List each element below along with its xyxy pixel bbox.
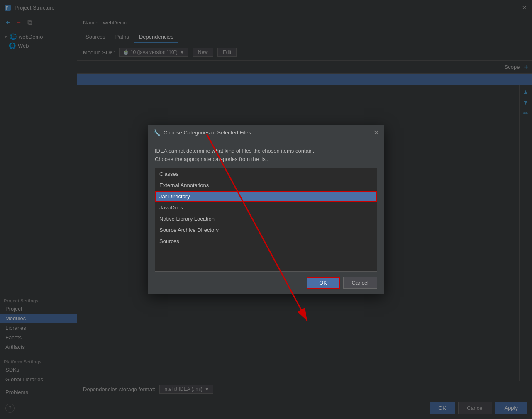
list-item-external-annotations[interactable]: External Annotations bbox=[155, 180, 377, 191]
list-item-sources[interactable]: Sources bbox=[155, 236, 377, 247]
choose-categories-dialog: 🔧 Choose Categories of Selected Files ✕ … bbox=[148, 125, 384, 294]
dialog-list: Classes External Annotations Jar Directo… bbox=[155, 168, 377, 272]
dialog-body: IDEA cannot determine what kind of files… bbox=[148, 140, 384, 272]
list-item-source-archive[interactable]: Source Archive Directory bbox=[155, 224, 377, 236]
dialog-footer: OK Cancel bbox=[148, 272, 384, 294]
list-item-native-library[interactable]: Native Library Location bbox=[155, 213, 377, 224]
list-item-jar-directory[interactable]: Jar Directory bbox=[155, 191, 377, 202]
dialog-titlebar: 🔧 Choose Categories of Selected Files ✕ bbox=[148, 125, 384, 140]
dialog-ok-button[interactable]: OK bbox=[307, 277, 340, 289]
dialog-description: IDEA cannot determine what kind of files… bbox=[155, 147, 377, 163]
dialog-title-icon: 🔧 bbox=[153, 129, 160, 136]
dialog-title: Choose Categories of Selected Files bbox=[164, 129, 251, 136]
dialog-description-line2: Choose the appropriate categories from t… bbox=[155, 155, 377, 163]
dialog-description-line1: IDEA cannot determine what kind of files… bbox=[155, 147, 377, 155]
dialog-overlay: 🔧 Choose Categories of Selected Files ✕ … bbox=[0, 0, 532, 419]
list-item-javadocs[interactable]: JavaDocs bbox=[155, 202, 377, 213]
dialog-close-button[interactable]: ✕ bbox=[373, 129, 379, 136]
dialog-cancel-button[interactable]: Cancel bbox=[343, 277, 377, 289]
list-item-classes[interactable]: Classes bbox=[155, 168, 377, 180]
